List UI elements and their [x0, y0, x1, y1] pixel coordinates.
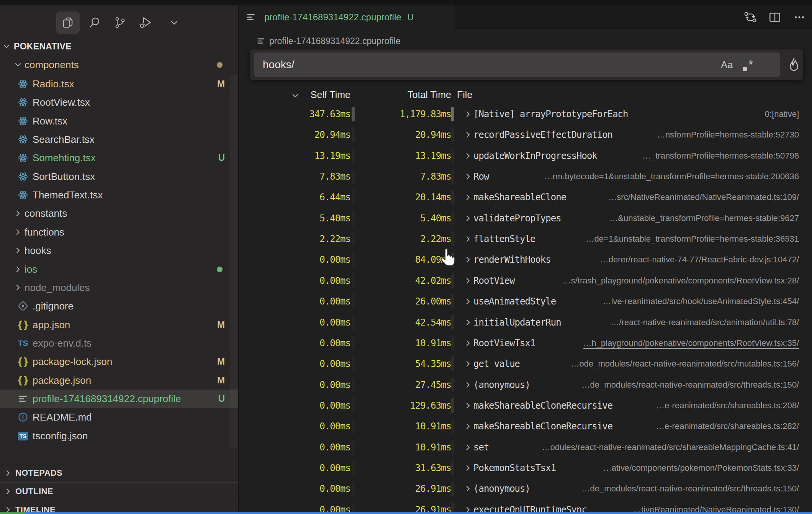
expand-chevron-icon[interactable]: [464, 339, 472, 347]
file-location-link[interactable]: …de_modules/react-native-reanimated/src/…: [582, 380, 799, 390]
profile-row[interactable]: 0.00ms129.63msmakeShareableCloneRecursiv…: [239, 395, 812, 416]
run-debug-icon[interactable]: [138, 15, 152, 30]
file-location-link[interactable]: …ode_modules/react-native-reanimated/src…: [571, 359, 799, 369]
profile-row[interactable]: 0.00ms54.35msget value…ode_modules/react…: [239, 354, 812, 374]
file-sortbutton-tsx[interactable]: SortButton.tsx: [0, 167, 238, 186]
profile-row[interactable]: 2.22ms2.22msflattenStyle…de=1&unstable_t…: [239, 229, 812, 249]
file-searchbar-tsx[interactable]: SearchBar.tsx: [0, 130, 238, 149]
file-location-link[interactable]: …rm.bytecode=1&unstable_transformProfile…: [544, 172, 799, 182]
expand-chevron-icon[interactable]: [464, 360, 472, 368]
folder-node-modules[interactable]: node_modules: [0, 278, 238, 297]
file-row-tsx[interactable]: Row.tsx: [0, 112, 238, 130]
profile-row[interactable]: 0.00ms26.91ms(anonymous)…de_modules/reac…: [239, 478, 812, 499]
expand-chevron-icon[interactable]: [464, 277, 472, 285]
file-location-link[interactable]: …ative/components/pokemon/PokemonStats.t…: [603, 463, 799, 473]
profile-row[interactable]: 0.00ms26.00msuseAnimatedStyle…ive-reanim…: [239, 291, 812, 312]
file-profile-1741689314922-cpuprofile[interactable]: profile-1741689314922.cpuprofileU: [0, 390, 238, 408]
folder-constants[interactable]: constants: [0, 204, 238, 223]
profile-row[interactable]: 0.00ms10.91msRootViewTsx1…h_playground/p…: [239, 333, 812, 354]
profile-row[interactable]: 5.40ms5.40msvalidatePropTypes…&unstable_…: [239, 208, 812, 229]
column-total-time[interactable]: Total Time: [382, 89, 451, 100]
file-themedtext-tsx[interactable]: ThemedText.tsx: [0, 186, 238, 204]
file-app-json[interactable]: {}app.jsonM: [0, 316, 238, 334]
file-expo-env-d-ts[interactable]: TSexpo-env.d.ts: [0, 334, 238, 352]
folder-functions[interactable]: functions: [0, 223, 238, 241]
profile-row[interactable]: 347.63ms1,179.83ms[Native] arrayPrototyp…: [239, 104, 812, 124]
expand-chevron-icon[interactable]: [464, 193, 472, 201]
file-location-link[interactable]: …&unstable_transformProfile=hermes-stabl…: [609, 213, 799, 223]
expand-chevron-icon[interactable]: [464, 422, 472, 431]
expand-chevron-icon[interactable]: [464, 401, 472, 410]
panel-notepads[interactable]: NOTEPADS: [0, 464, 238, 482]
match-case-toggle[interactable]: Aa: [721, 59, 733, 71]
profile-row[interactable]: 0.00ms42.02msRootView…s/trash_playground…: [239, 270, 812, 291]
folder-hooks[interactable]: hooks: [0, 241, 238, 260]
file-location-link[interactable]: …h_playground/pokenative/components/Root…: [583, 338, 799, 348]
file-location-link[interactable]: …ive-reanimated/src/hook/useAnimatedStyl…: [603, 296, 799, 306]
flame-graph-toggle[interactable]: [785, 55, 803, 75]
expand-chevron-icon[interactable]: [464, 131, 472, 139]
file-location-link[interactable]: …e-reanimated/src/shareables.ts:282/: [656, 421, 799, 431]
expand-chevron-icon[interactable]: [464, 381, 472, 389]
tab-cpuprofile[interactable]: profile-1741689314922.cpuprofile U: [239, 5, 455, 29]
explorer-icon[interactable]: [61, 15, 75, 30]
file-somehting-tsx[interactable]: Somehting.tsxU: [0, 149, 238, 167]
folder-ios[interactable]: ios: [0, 260, 238, 278]
expand-chevron-icon[interactable]: [464, 110, 472, 118]
file-location-link[interactable]: …src/NativeReanimated/NativeReanimated.t…: [608, 192, 799, 202]
breadcrumb[interactable]: profile-1741689314922.cpuprofile: [256, 34, 601, 48]
file--gitignore[interactable]: .gitignore: [0, 297, 238, 315]
expand-chevron-icon[interactable]: [464, 172, 472, 181]
expand-chevron-icon[interactable]: [464, 214, 472, 223]
file-location-link[interactable]: 0:[native]: [765, 109, 799, 119]
file-label: package-lock.json: [33, 356, 112, 368]
file-location-link[interactable]: …s/trash_playground/pokenative/component…: [563, 276, 799, 286]
search-icon[interactable]: [87, 15, 102, 30]
file-location-link[interactable]: …_transformProfile=hermes-stable:50798: [642, 151, 799, 161]
panel-outline[interactable]: OUTLINE: [0, 483, 238, 500]
chevron-down-icon[interactable]: [167, 15, 182, 30]
expand-chevron-icon[interactable]: [464, 318, 472, 327]
profile-row[interactable]: 0.00ms84.09msrenderWithHooks…derer/react…: [239, 249, 812, 270]
profile-row[interactable]: 0.00ms42.54msinitialUpdaterRun…/react-na…: [239, 312, 812, 333]
profile-row[interactable]: 0.00ms10.91msmakeShareableCloneRecursive…: [239, 416, 812, 437]
profile-row[interactable]: 13.19ms13.19msupdateWorkInProgressHook…_…: [239, 146, 812, 166]
sidebar-scrollbar[interactable]: [230, 75, 237, 448]
file-location-link[interactable]: …de=1&unstable_transformProfile=hermes-s…: [586, 234, 799, 244]
more-actions-icon[interactable]: [792, 10, 807, 25]
profile-row[interactable]: 6.44ms20.14msmakeShareableClone…src/Nati…: [239, 187, 812, 208]
regex-toggle[interactable]: *: [743, 59, 753, 71]
expand-chevron-icon[interactable]: [464, 443, 472, 452]
file-package-json[interactable]: {}package.jsonM: [0, 371, 238, 390]
column-self-time[interactable]: Self Time: [269, 89, 350, 100]
file-location-link[interactable]: …odules/react-native-reanimated/src/shar…: [542, 442, 799, 452]
expand-chevron-icon[interactable]: [464, 464, 472, 472]
file-rootview-tsx[interactable]: RootView.tsx: [0, 93, 238, 111]
profile-row[interactable]: 20.94ms20.94msrecordPassiveEffectDuratio…: [239, 124, 812, 145]
expand-chevron-icon[interactable]: [464, 152, 472, 160]
source-control-icon[interactable]: [113, 15, 127, 30]
filter-input[interactable]: [254, 52, 780, 77]
file-radio-tsx[interactable]: Radio.tsxM: [0, 75, 238, 93]
expand-chevron-icon[interactable]: [464, 297, 472, 306]
profile-row[interactable]: 0.00ms31.63msPokemonStatsTsx1…ative/comp…: [239, 458, 812, 478]
profile-row[interactable]: 0.00ms27.45ms(anonymous)…de_modules/reac…: [239, 375, 812, 395]
file-readme-md[interactable]: README.md: [0, 408, 238, 426]
expand-chevron-icon[interactable]: [464, 235, 472, 243]
file-tsconfig-json[interactable]: TStsconfig.json: [0, 427, 238, 445]
file-location-link[interactable]: …e-reanimated/src/shareables.ts:208/: [656, 401, 799, 411]
column-file[interactable]: File: [457, 89, 472, 100]
expand-chevron-icon[interactable]: [464, 255, 472, 264]
file-location-link[interactable]: …derer/react-native-74-77/ReactFabric-de…: [600, 255, 799, 265]
profile-row[interactable]: 7.83ms7.83msRow…rm.bytecode=1&unstable_t…: [239, 166, 812, 187]
file-package-lock-json[interactable]: {}package-lock.jsonM: [0, 352, 238, 371]
folder-components[interactable]: components: [0, 56, 238, 74]
profile-row[interactable]: 0.00ms10.91msset…odules/react-native-rea…: [239, 437, 812, 458]
expand-chevron-icon[interactable]: [464, 485, 472, 493]
file-location-link[interactable]: …de_modules/react-native-reanimated/src/…: [582, 484, 799, 494]
explorer-root-row[interactable]: POKENATIVE: [0, 37, 238, 56]
open-changes-icon[interactable]: [743, 10, 758, 25]
file-location-link[interactable]: …nsformProfile=hermes-stable:52730: [657, 130, 799, 140]
file-location-link[interactable]: …/react-native-reanimated/src/animation/…: [611, 318, 799, 327]
split-editor-icon[interactable]: [768, 10, 782, 25]
